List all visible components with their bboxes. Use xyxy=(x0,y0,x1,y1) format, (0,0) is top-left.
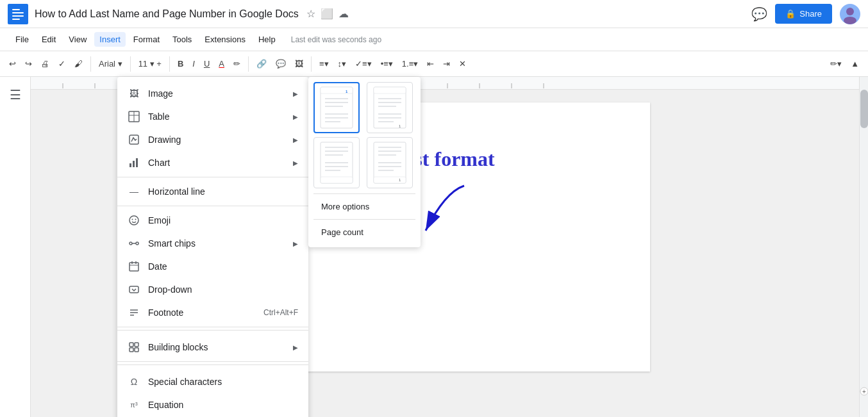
drawing-label: Drawing xyxy=(148,135,181,145)
highlight-button[interactable]: ✏ xyxy=(230,56,244,71)
menu-extensions[interactable]: Extensions xyxy=(199,32,251,47)
menu-item-chart[interactable]: Chart ▶ xyxy=(117,151,308,174)
page-num-option-bottom-left[interactable]: 1 xyxy=(313,137,360,188)
checklist-button[interactable]: ✓≡▾ xyxy=(351,56,376,71)
page-count-item[interactable]: Page count xyxy=(313,222,415,242)
building-blocks-icon xyxy=(128,341,140,354)
svg-point-6 xyxy=(844,17,856,24)
equation-icon: π³ xyxy=(128,398,140,411)
menu-item-dropdown[interactable]: Drop-down xyxy=(117,278,308,301)
menu-item-footnote[interactable]: Footnote Ctrl+Alt+F xyxy=(117,301,308,324)
collapse-button[interactable]: ▲ xyxy=(847,56,863,71)
avatar[interactable] xyxy=(840,4,860,24)
menu-insert[interactable]: Insert xyxy=(94,32,126,47)
align-button[interactable]: ≡▾ xyxy=(315,56,333,71)
numbered-list-button[interactable]: 1.≡▾ xyxy=(398,56,422,71)
menu-help[interactable]: Help xyxy=(253,32,281,47)
submenu-divider-1 xyxy=(313,193,415,194)
horizontal-line-label: Horizontal line xyxy=(148,186,205,197)
line-spacing-button[interactable]: ↕▾ xyxy=(334,56,351,71)
insert-dropdown-menu: 🖼 Image ▶ Table ▶ Drawing ▶ xyxy=(117,77,308,417)
svg-rect-48 xyxy=(135,343,138,347)
menu-view[interactable]: View xyxy=(63,32,92,47)
menu-tools[interactable]: Tools xyxy=(167,32,197,47)
svg-rect-33 xyxy=(136,158,138,167)
undo-button[interactable]: ↩ xyxy=(5,56,20,71)
svg-point-34 xyxy=(129,216,138,225)
menu-bar: File Edit View Insert Format Tools Exten… xyxy=(0,28,868,51)
svg-rect-0 xyxy=(8,4,28,24)
print-button[interactable]: 🖨 xyxy=(37,56,53,71)
emoji-label: Emoji xyxy=(148,215,171,225)
page-num-option-bottom-right-skip[interactable]: 1 xyxy=(367,137,413,188)
right-scrollbar[interactable]: + xyxy=(859,77,868,417)
table-icon xyxy=(128,110,140,123)
spellcheck-button[interactable]: ✓ xyxy=(54,56,69,71)
image-button[interactable]: 🖼 xyxy=(291,56,307,71)
chart-label: Chart xyxy=(148,158,170,168)
comment-button[interactable]: 💬 xyxy=(272,56,290,71)
menu-item-special-characters[interactable]: Ω Special characters xyxy=(117,370,308,393)
bold-button[interactable]: B xyxy=(174,56,187,71)
svg-rect-30 xyxy=(129,135,138,144)
page-num-option-top-right[interactable]: 1 xyxy=(313,82,360,133)
menu-item-emoji[interactable]: Emoji xyxy=(117,209,308,232)
building-blocks-arrow: ▶ xyxy=(293,344,298,351)
font-size-field[interactable]: 11 ▾ + xyxy=(135,56,165,71)
indent-less-button[interactable]: ⇤ xyxy=(423,56,438,71)
menu-section-line: — Horizontal line xyxy=(117,177,308,206)
text-color-button[interactable]: A xyxy=(215,56,228,71)
toolbar-sep-1 xyxy=(90,56,91,72)
special-chars-icon: Ω xyxy=(128,375,140,388)
emoji-icon xyxy=(128,214,140,227)
menu-item-horizontal-line[interactable]: — Horizontal line xyxy=(117,180,308,203)
link-button[interactable]: 🔗 xyxy=(253,56,271,71)
svg-rect-47 xyxy=(129,343,133,347)
menu-item-table[interactable]: Table ▶ xyxy=(117,105,308,128)
image-arrow: ▶ xyxy=(293,90,298,97)
comment-icon[interactable]: 💬 xyxy=(751,6,767,22)
menu-item-building-blocks[interactable]: Building blocks ▶ xyxy=(117,336,308,359)
menu-section-building: Building blocks ▶ xyxy=(117,333,308,362)
font-selector[interactable]: Arial ▾ xyxy=(95,56,126,71)
more-options-item[interactable]: More options xyxy=(313,197,415,217)
underline-button[interactable]: U xyxy=(200,56,213,71)
submenu-divider-2 xyxy=(313,219,415,220)
page-num-option-top-right-skip[interactable]: 1 xyxy=(367,82,413,133)
edit-mode-button[interactable]: ✏▾ xyxy=(826,56,846,71)
menu-file[interactable]: File xyxy=(10,32,34,47)
star-icon[interactable]: ☆ xyxy=(306,8,315,20)
toolbar: ↩ ↪ 🖨 ✓ 🖌 Arial ▾ 11 ▾ + B I U A ✏ 🔗 💬 🖼… xyxy=(0,51,868,77)
share-button[interactable]: 🔒 Share xyxy=(775,4,832,24)
smart-chips-icon xyxy=(128,237,140,250)
clear-format-button[interactable]: ✕ xyxy=(455,56,470,71)
menu-edit[interactable]: Edit xyxy=(37,32,61,47)
menu-format[interactable]: Format xyxy=(128,32,165,47)
menu-item-equation[interactable]: π³ Equation xyxy=(117,393,308,416)
menu-section-media: 🖼 Image ▶ Table ▶ Drawing ▶ xyxy=(117,79,308,177)
scrollbar-thumb[interactable] xyxy=(860,90,868,128)
footnote-shortcut: Ctrl+Alt+F xyxy=(263,308,298,317)
indent-more-button[interactable]: ⇥ xyxy=(439,56,454,71)
svg-rect-49 xyxy=(129,348,133,352)
menu-item-image[interactable]: 🖼 Image ▶ xyxy=(117,82,308,105)
menu-item-drawing[interactable]: Drawing ▶ xyxy=(117,128,308,151)
bullet-list-button[interactable]: •≡▾ xyxy=(377,56,397,71)
date-label: Date xyxy=(148,261,167,272)
date-icon xyxy=(128,260,140,273)
redo-button[interactable]: ↪ xyxy=(21,56,36,71)
menu-item-smart-chips[interactable]: Smart chips ▶ xyxy=(117,232,308,255)
italic-button[interactable]: I xyxy=(188,56,199,71)
share-label: Share xyxy=(799,9,822,19)
drawing-icon xyxy=(128,133,140,146)
zoom-btn[interactable]: + xyxy=(860,387,868,398)
folder-icon[interactable]: ⬜ xyxy=(321,8,333,20)
menu-divider-1 xyxy=(117,330,308,331)
table-arrow: ▶ xyxy=(293,113,298,120)
paint-format-button[interactable]: 🖌 xyxy=(71,56,87,71)
svg-point-38 xyxy=(136,242,138,245)
cloud-icon[interactable]: ☁ xyxy=(338,8,349,20)
sidebar-pages-icon[interactable]: ☰ xyxy=(10,87,21,102)
svg-rect-2 xyxy=(12,12,24,13)
menu-item-date[interactable]: Date xyxy=(117,255,308,278)
